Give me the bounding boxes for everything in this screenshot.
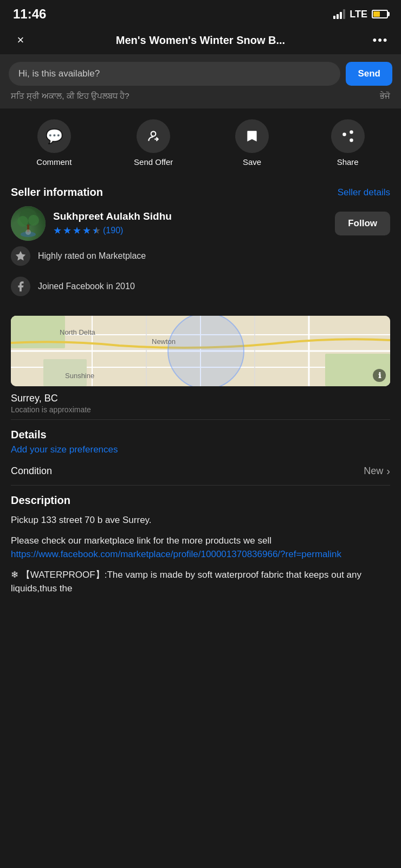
rating-row: ★ ★ ★ ★ ★ ★ (190) <box>53 225 327 237</box>
description-section: Description Pickup 133 street 70 b ave S… <box>0 486 401 604</box>
send-translated-button[interactable]: ਭੇਜੋ <box>380 91 390 101</box>
status-icons: LTE <box>333 9 388 20</box>
star-rating: ★ ★ ★ ★ ★ ★ <box>53 225 101 237</box>
condition-row: Condition New › <box>11 463 390 480</box>
share-label: Share <box>337 157 359 167</box>
star-2: ★ <box>63 225 72 237</box>
description-pickup: Pickup 133 street 70 b ave Surrey. <box>11 513 390 527</box>
svg-text:Newton: Newton <box>152 337 176 346</box>
send-offer-label: Send Offer <box>134 157 173 167</box>
translated-row: ਸਤਿ ਸ੍ਰੀ ਅਕਾਲ, ਕੀ ਇਹ ਉਪਲਬਧ ਹੈ? ਭੇਜੋ <box>9 91 392 101</box>
description-waterproof: ❄ 【WATERPROOF】:The vamp is made by soft … <box>11 568 390 596</box>
add-size-preferences-link[interactable]: Add your size preferences <box>11 444 390 455</box>
seller-row: Sukhpreet Aulakh Sidhu ★ ★ ★ ★ ★ ★ (190)… <box>11 206 390 241</box>
star-1: ★ <box>53 225 62 237</box>
status-bar: 11:46 LTE <box>0 0 401 26</box>
network-indicator: LTE <box>350 9 367 20</box>
highly-rated-badge: Highly rated on Marketplace <box>11 241 390 271</box>
comment-label: Comment <box>36 157 72 167</box>
action-buttons: 💬 Comment Send Offer Save Share <box>0 108 401 177</box>
svg-point-0 <box>151 131 156 136</box>
svg-point-3 <box>28 215 39 226</box>
seller-avatar[interactable] <box>11 206 46 241</box>
seller-section-header: Seller information Seller details <box>11 186 390 199</box>
more-options-button[interactable]: ••• <box>371 30 390 50</box>
follow-button[interactable]: Follow <box>335 212 390 235</box>
chevron-right-icon: › <box>386 465 390 477</box>
seller-info: Sukhpreet Aulakh Sidhu ★ ★ ★ ★ ★ ★ (190) <box>53 210 327 237</box>
share-button[interactable]: Share <box>331 119 365 167</box>
condition-value[interactable]: New › <box>364 465 390 477</box>
seller-section-title: Seller information <box>11 186 103 199</box>
details-title: Details <box>11 429 390 441</box>
location-city: Surrey, BC <box>0 391 401 405</box>
facebook-icon <box>11 277 30 296</box>
message-row: Send <box>9 62 392 86</box>
location-map[interactable]: North Delta Newton Sunshine ℹ <box>11 316 390 386</box>
status-time: 11:46 <box>13 7 46 22</box>
seller-name: Sukhpreet Aulakh Sidhu <box>53 210 327 222</box>
seller-section: Seller information Seller details Sukhpr… <box>0 177 401 310</box>
highly-rated-text: Highly rated on Marketplace <box>38 251 146 261</box>
joined-facebook-badge: Joined Facebook in 2010 <box>11 271 390 302</box>
share-icon <box>331 119 365 153</box>
seller-details-link[interactable]: Seller details <box>338 187 390 198</box>
star-5-half: ★ ★ <box>92 225 101 237</box>
quick-message-bar: Send ਸਤਿ ਸ੍ਰੀ ਅਕਾਲ, ਕੀ ਇਹ ਉਪਲਬਧ ਹੈ? ਭੇਜੋ <box>0 54 401 108</box>
comment-icon: 💬 <box>37 119 71 153</box>
send-button[interactable]: Send <box>346 62 392 86</box>
marketplace-link[interactable]: https://www.facebook.com/marketplace/pro… <box>11 549 341 559</box>
send-offer-icon <box>137 119 170 153</box>
translated-text: ਸਤਿ ਸ੍ਰੀ ਅਕਾਲ, ਕੀ ਇਹ ਉਪਲਬਧ ਹੈ? <box>11 91 130 101</box>
description-title: Description <box>11 494 390 507</box>
star-3: ★ <box>73 225 81 237</box>
svg-point-19 <box>168 316 244 386</box>
page-title: Men's Women's Winter Snow B... <box>37 34 364 47</box>
map-info-button[interactable]: ℹ <box>373 369 386 382</box>
send-offer-button[interactable]: Send Offer <box>134 119 173 167</box>
rating-count: (190) <box>103 226 123 235</box>
condition-label: Condition <box>11 465 52 477</box>
save-button[interactable]: Save <box>235 119 269 167</box>
joined-facebook-text: Joined Facebook in 2010 <box>38 282 135 291</box>
save-icon <box>235 119 269 153</box>
close-button[interactable]: × <box>11 30 30 50</box>
svg-point-6 <box>25 229 31 235</box>
details-section: Details Add your size preferences Condit… <box>0 420 401 485</box>
location-approximate: Location is approximate <box>0 405 401 419</box>
save-label: Save <box>243 157 261 167</box>
nav-bar: × Men's Women's Winter Snow B... ••• <box>0 26 401 54</box>
svg-point-2 <box>17 216 28 227</box>
svg-text:Sunshine: Sunshine <box>65 372 94 380</box>
star-4: ★ <box>82 225 91 237</box>
battery-level <box>373 11 380 17</box>
condition-value-text: New <box>364 465 383 477</box>
message-input[interactable] <box>9 62 340 86</box>
svg-text:North Delta: North Delta <box>60 328 96 336</box>
signal-icon <box>333 9 345 19</box>
comment-button[interactable]: 💬 Comment <box>36 119 72 167</box>
battery-icon <box>372 10 388 18</box>
highly-rated-icon <box>11 246 30 266</box>
description-marketplace-text: Please check our marketplace link for th… <box>11 534 390 561</box>
